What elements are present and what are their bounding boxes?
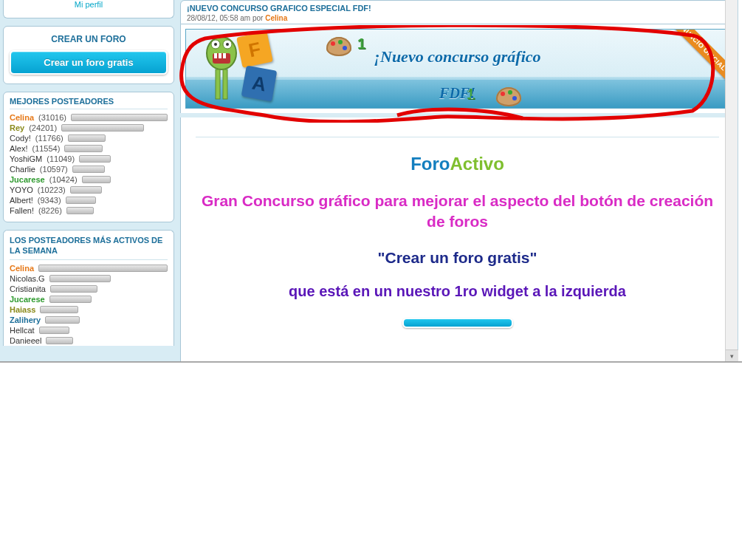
poster-count: (24201)	[29, 123, 57, 133]
poster-bar	[68, 134, 168, 142]
topic-author-link[interactable]: Celina	[265, 14, 287, 22]
poster-name-link[interactable]: Zalihery	[10, 315, 41, 325]
poster-count: (9343)	[38, 195, 61, 205]
svg-point-2	[214, 43, 217, 46]
poster-row: Alex! (11554)	[10, 143, 168, 154]
poster-count: (10597)	[40, 164, 68, 174]
poster-bar	[71, 114, 168, 121]
poster-bar-fill	[38, 265, 168, 272]
poster-row: YoshiGM (11049)	[10, 154, 168, 164]
poster-row: Haiass	[10, 304, 168, 315]
poster-name-link[interactable]: Cody!	[10, 133, 31, 143]
poster-name-link[interactable]: Nicolas.G	[10, 273, 45, 284]
poster-bar-fill	[45, 316, 79, 324]
poster-bar	[39, 327, 168, 334]
scroll-down-arrow-icon[interactable]: ▾	[726, 349, 738, 362]
poster-count: (8226)	[38, 205, 62, 216]
poster-bar-fill	[66, 197, 97, 204]
poster-name-link[interactable]: YoshiGM	[10, 154, 42, 164]
poster-bar-fill	[46, 337, 72, 344]
topic-title-link[interactable]: ¡NUEVO CONCURSO GRAFICO ESPECIAL FDF!	[187, 4, 728, 13]
logo-part-foro: Foro	[410, 154, 450, 174]
poster-name-link[interactable]: Fallen!	[10, 205, 34, 216]
topic-date: 28/08/12, 05:58 am por	[187, 14, 265, 22]
profile-link[interactable]: Mi perfil	[10, 0, 168, 12]
poster-bar-fill	[68, 134, 106, 142]
create-forum-title: CREAR UN FORO	[10, 31, 168, 50]
poster-bar-fill	[50, 285, 97, 293]
poster-bar-fill	[72, 166, 105, 173]
poster-bar	[38, 265, 168, 272]
poster-bar	[79, 155, 168, 163]
create-forum-widget: CREAR UN FORO Crear un foro gratis	[3, 26, 174, 84]
poster-bar	[40, 306, 168, 313]
poster-name-link[interactable]: Celina	[10, 112, 34, 123]
poster-bar-fill	[61, 124, 144, 132]
poster-bar	[82, 176, 168, 183]
poster-row: Cristianita	[10, 284, 168, 294]
poster-row: Fallen! (8226)	[10, 205, 168, 216]
poster-row: Nicolas.G	[10, 273, 168, 284]
poster-bar	[66, 197, 168, 204]
poster-name-link[interactable]: Haiass	[10, 304, 35, 315]
poster-bar-fill	[40, 306, 78, 313]
poster-bar	[66, 207, 168, 214]
topic-meta: 28/08/12, 05:58 am por Celina	[187, 13, 728, 22]
poster-row: Rey (24201)	[10, 123, 168, 133]
post-body: ForoActivo Gran Concurso gráfico para me…	[180, 117, 735, 362]
post-subline: que está en un nuestro 1ro widget a la i…	[196, 283, 719, 300]
poster-bar-fill	[79, 155, 111, 163]
poster-bar	[49, 296, 168, 303]
poster-name-link[interactable]: Celina	[10, 263, 34, 273]
poster-name-link[interactable]: Alex!	[10, 143, 27, 154]
logo-part-activo: Activo	[450, 154, 504, 174]
profile-widget: Mi perfil	[3, 0, 174, 18]
top-posters-heading: MEJORES POSTEADORES	[10, 97, 168, 109]
poster-count: (31016)	[38, 112, 66, 123]
poster-name-link[interactable]: Jucarese	[10, 174, 45, 185]
create-forum-button[interactable]: Crear un foro gratis	[10, 50, 168, 75]
poster-bar-fill	[39, 327, 70, 334]
poster-row: Zalihery	[10, 315, 168, 325]
week-posters-widget: LOS POSTEADORES MÁS ACTIVOS DE LA SEMANA…	[3, 230, 174, 346]
poster-bar	[61, 124, 168, 132]
poster-bar-fill	[49, 275, 111, 282]
poster-row: Danieeel	[10, 335, 168, 346]
scrollbar[interactable]: ▾	[725, 0, 738, 362]
poster-row: Hellcat	[10, 325, 168, 335]
poster-name-link[interactable]: Danieeel	[10, 335, 41, 346]
post-headline: Gran Concurso gráfico para mejorar el as…	[196, 191, 719, 233]
topic-header: ¡NUEVO CONCURSO GRAFICO ESPECIAL FDF! 28…	[180, 0, 735, 24]
banner-title: ¡Nuevo concurso gráfico	[186, 47, 729, 67]
poster-bar	[70, 186, 168, 194]
banner-frame: F A 1 ¡Nuevo concurso gráfico 1 FDF! ANU…	[180, 24, 735, 113]
svg-point-4	[226, 43, 229, 46]
poster-row: Jucarese	[10, 294, 168, 304]
poster-count: (11049)	[47, 154, 75, 164]
foroactivo-logo: ForoActivo	[196, 154, 719, 174]
poster-count: (10223)	[38, 185, 66, 195]
poster-name-link[interactable]: Albert!	[10, 195, 33, 205]
top-posters-widget: MEJORES POSTEADORES Celina (31016)Rey (2…	[3, 92, 174, 222]
poster-bar	[72, 166, 168, 173]
poster-bar	[50, 285, 168, 293]
poster-bar-fill	[49, 296, 92, 303]
poster-bar	[64, 145, 168, 152]
poster-bar-fill	[66, 207, 94, 214]
poster-name-link[interactable]: Cristianita	[10, 284, 46, 294]
poster-bar-fill	[82, 176, 111, 183]
poster-name-link[interactable]: Rey	[10, 123, 24, 133]
week-posters-heading: LOS POSTEADORES MÁS ACTIVOS DE LA SEMANA	[10, 235, 168, 260]
poster-name-link[interactable]: Hellcat	[10, 325, 35, 335]
banner-subtitle: FDF!	[186, 85, 729, 102]
poster-name-link[interactable]: Charlie	[10, 164, 35, 174]
poster-row: Cody! (11766)	[10, 133, 168, 143]
poster-bar	[49, 275, 168, 282]
poster-name-link[interactable]: YOYO	[10, 185, 33, 195]
contest-banner[interactable]: F A 1 ¡Nuevo concurso gráfico 1 FDF! ANU…	[185, 29, 729, 109]
poster-bar-fill	[64, 145, 103, 152]
poster-count: (11766)	[35, 133, 63, 143]
poster-row: YOYO (10223)	[10, 185, 168, 195]
poster-name-link[interactable]: Jucarese	[10, 294, 45, 304]
poster-row: Albert! (9343)	[10, 195, 168, 205]
